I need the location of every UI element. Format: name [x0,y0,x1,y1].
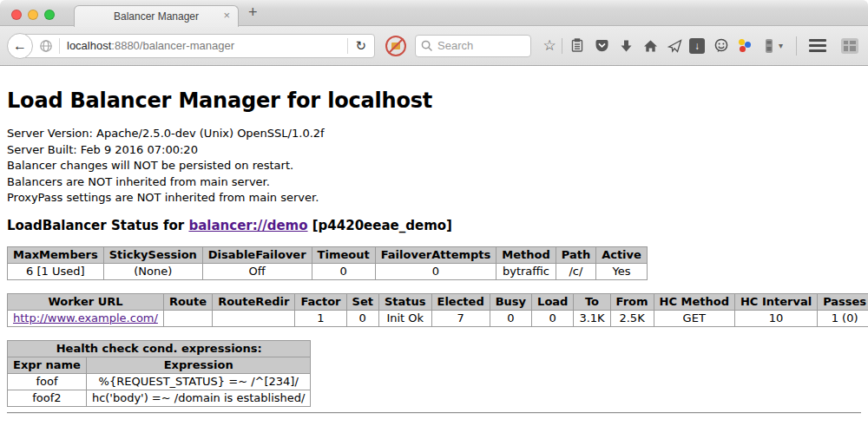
server-version-line: Server Version: Apache/2.5.0-dev (Unix) … [7,126,861,142]
cell-method: bytraffic [496,263,556,279]
cell-routeredir [213,310,295,326]
tab-title: Balancer Manager [114,10,199,23]
cell-path: /c/ [556,263,595,279]
addon-dots-button[interactable] [737,38,753,54]
tab-balancer-manager[interactable]: Balancer Manager × [74,5,239,27]
new-tab-button[interactable]: + [248,3,258,22]
server-info: Server Version: Apache/2.5.0-dev (Unix) … [7,126,861,206]
health-row-foof: foof %{REQUEST_STATUS} =~ /^[234]/ [8,373,311,390]
col-route: Route [163,293,212,310]
downloads-button[interactable] [618,38,634,54]
cell-expr-name-foof: foof [8,373,87,390]
worker-table: Worker URL Route RouteRedir Factor Set S… [7,293,868,327]
download-arrow-icon [620,39,633,53]
search-box[interactable] [415,35,531,57]
home-icon [643,39,658,53]
page-content: Load Balancer Manager for localhost Serv… [0,66,868,426]
cell-failoverattempts: 0 [375,263,496,279]
health-row-foof2: foof2 hc('body') =~ /domain is establish… [8,390,311,406]
nav-group: localhost:8880/balancer-manager ↻ ← [7,34,375,58]
footer-divider [7,412,861,414]
cell-stickysession: (None) [103,263,202,279]
site-identity[interactable] [39,39,53,53]
col-hc-interval: HC Interval [734,293,817,310]
video-download-helper-button[interactable]: ↓ [689,38,705,54]
zoom-window-button[interactable] [44,10,55,20]
col-factor: Factor [295,293,346,310]
cell-disablefailover: Off [202,263,312,279]
reload-separator [347,38,348,54]
loadbalancer-status-heading: LoadBalancer Status for balancer://demo … [7,218,861,233]
cell-hc-method: GET [654,310,734,326]
balancer-header-row: MaxMembers StickySession DisableFailover… [8,246,648,263]
menu-button[interactable] [809,39,826,52]
worker-url-link[interactable]: http://www.example.com/ [13,311,158,324]
balancers-warning-line: Balancers are NOT inherited from main se… [7,174,861,191]
cell-from: 2.5K [610,310,654,326]
chat-addon-button[interactable] [713,38,729,54]
col-worker-url: Worker URL [8,293,164,310]
reload-icon[interactable]: ↻ [355,39,366,52]
proxypass-warning-line: ProxyPass settings are NOT inherited fro… [7,190,861,206]
cell-load: 0 [532,310,574,326]
search-input[interactable] [437,39,524,52]
status-heading-suffix: [p4420eeae_demo] [308,218,452,233]
url-host: localhost [67,39,111,52]
tab-close-icon[interactable]: × [223,9,230,22]
send-tab-button[interactable] [667,38,682,54]
health-check-table: Health check cond. expressions: Expr nam… [7,340,311,407]
urlbar-right: ↻ [347,38,374,54]
col-failoverattempts: FailoverAttempts [375,246,496,263]
battery-icon [763,38,775,54]
col-set: Set [346,293,378,310]
col-expr-name: Expr name [8,357,87,373]
plugin-blocked-icon[interactable] [385,36,406,56]
cell-timeout: 0 [312,263,375,279]
status-heading-prefix: LoadBalancer Status for [7,218,188,233]
minimize-window-button[interactable] [28,10,38,20]
col-hc-method: HC Method [654,293,734,310]
back-arrow-icon: ← [13,38,27,54]
col-stickysession: StickySession [103,246,202,263]
close-window-button[interactable] [11,10,22,20]
col-timeout: Timeout [312,246,375,263]
worker-data-row: http://www.example.com/ 1 0 Init Ok 7 0 … [8,310,868,326]
dot-yellow-icon [739,39,745,45]
menu-bar-1 [809,39,826,42]
cell-maxmembers: 6 [1 Used] [8,263,104,279]
col-passes: Passes [818,293,868,310]
cell-active: Yes [596,263,648,279]
health-table-title: Health check cond. expressions: [8,340,311,357]
toolbar-separator-1 [562,38,562,54]
reading-list-button[interactable] [569,38,585,54]
cell-set: 0 [346,310,378,326]
tab-groups-button[interactable] [840,37,859,55]
url-text[interactable]: localhost:8880/balancer-manager [67,39,234,52]
globe-icon [39,39,53,53]
back-button[interactable]: ← [7,33,33,59]
cell-expression-foof2: hc('body') =~ /domain is established/ [86,390,311,406]
cell-factor: 1 [295,310,346,326]
col-to: To [574,293,610,310]
smiley-icon [713,38,729,53]
col-routeredir: RouteRedir [213,293,295,310]
col-expression: Expression [86,357,311,373]
home-button[interactable] [642,38,658,54]
col-busy: Busy [490,293,531,310]
cell-hc-interval: 10 [734,310,817,326]
balancer-demo-link[interactable]: balancer://demo [188,218,307,233]
overflow-caret-icon[interactable]: ▾ [779,41,786,50]
pocket-button[interactable] [594,38,609,54]
cell-elected: 7 [431,310,490,326]
bookmark-star-button[interactable]: ☆ [542,38,557,54]
health-header-row: Expr name Expression [8,357,311,373]
col-active: Active [596,246,648,263]
battery-addon-button[interactable] [761,38,777,54]
balancer-data-row: 6 [1 Used] (None) Off 0 0 bytraffic /c/ … [8,263,648,279]
menu-bar-3 [809,49,826,52]
col-method: Method [496,246,556,263]
grid-icon [840,37,859,55]
url-bar[interactable]: localhost:8880/balancer-manager ↻ [19,34,375,58]
col-disablefailover: DisableFailover [202,246,312,263]
cell-busy: 0 [490,310,531,326]
